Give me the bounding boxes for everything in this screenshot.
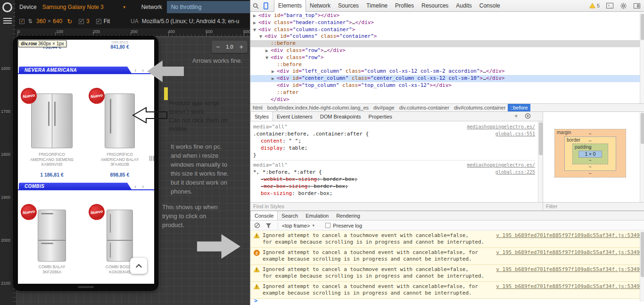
css-declaration[interactable]: display: table; xyxy=(253,144,535,152)
collapse-arrow-icon[interactable]: ▼ xyxy=(259,34,264,41)
rotate-icon[interactable]: ⇅ xyxy=(28,18,33,25)
carousel-next-arrow[interactable]: › xyxy=(142,183,144,190)
breadcrumb-item[interactable]: ::before xyxy=(508,104,530,112)
tab-timeline[interactable]: Timeline xyxy=(363,0,391,12)
box-model-border[interactable]: border − padding − 1 × 0 − − xyxy=(564,136,616,171)
product-image-american-fridge[interactable] xyxy=(105,93,135,148)
device-screen[interactable]: ORI-5515 753,44 € 841,80 € div.row 360px… xyxy=(18,40,154,284)
tree-row[interactable]: <div id="top_column" class="top_column c… xyxy=(250,82,644,89)
viewport-width[interactable]: 360 xyxy=(36,18,46,25)
carousel-next-arrow[interactable]: › xyxy=(142,67,144,74)
filter-icon[interactable] xyxy=(265,223,272,229)
scroll-to-top-button[interactable] xyxy=(130,258,147,274)
carousel-prev-arrow[interactable]: ‹ xyxy=(134,183,136,190)
settings-gear-icon[interactable] xyxy=(620,2,627,9)
console-source-link[interactable]: v 195 b689fed701fe885f97f109a8c55af34f.j… xyxy=(496,266,640,273)
margin-top-value[interactable]: − xyxy=(589,131,592,136)
padding-bottom-value[interactable]: − xyxy=(589,158,592,163)
tree-row[interactable]: ::before xyxy=(250,40,644,47)
box-model-padding[interactable]: padding − 1 × 0 − xyxy=(572,144,608,164)
breadcrumb-item[interactable]: div.columns-container xyxy=(397,104,452,112)
inspect-element-icon[interactable] xyxy=(253,3,259,9)
clear-console-icon[interactable] xyxy=(254,222,260,229)
tree-row[interactable]: ::before xyxy=(250,61,644,68)
border-top-value[interactable]: − xyxy=(589,138,592,144)
viewport-height[interactable]: 640 xyxy=(53,18,62,25)
tree-row[interactable]: ▶<div id="left_column" class="column col… xyxy=(250,68,644,75)
filter-input[interactable] xyxy=(543,203,644,210)
tab-resources[interactable]: Resources xyxy=(418,0,452,12)
breadcrumb-item[interactable]: div#page xyxy=(371,104,397,112)
dimensions-checkbox[interactable]: ✓ xyxy=(19,19,25,24)
tab-network[interactable]: Network xyxy=(306,0,334,12)
annotator-logo-icon[interactable] xyxy=(2,2,12,12)
fit-checkbox[interactable]: ✓ xyxy=(96,19,101,24)
console-drawer-icon[interactable]: >_ xyxy=(606,3,613,8)
warnings-indicator[interactable]: 5 xyxy=(589,3,600,8)
stylesheet-link[interactable]: mediashoppingelectro.es/ xyxy=(467,123,536,130)
css-declaration[interactable]: content: " "; xyxy=(253,137,535,144)
zoom-in-button[interactable]: + xyxy=(239,43,243,51)
box-model-scrollbar[interactable] xyxy=(640,112,644,202)
product-image-combi-fridge[interactable] xyxy=(107,210,133,262)
breadcrumb-item[interactable]: body#index.index.hide-right-column.lang_… xyxy=(265,104,371,112)
network-throttling-select[interactable]: No throttling xyxy=(167,1,250,13)
css-declaration[interactable]: -moz-box-sizing: border-box; xyxy=(253,183,535,190)
annotator-menu-icon[interactable] xyxy=(3,18,12,25)
css-declaration[interactable]: -webkit-box-sizing: border-box; xyxy=(253,176,535,183)
expand-arrow-icon[interactable]: ▶ xyxy=(272,76,277,83)
tree-row[interactable]: ▶<div class="header-container">…</div> xyxy=(250,19,644,26)
device-pixel-ratio[interactable]: 3 xyxy=(86,18,90,25)
box-model-content[interactable]: 1 × 0 xyxy=(578,151,602,158)
console-source-link[interactable]: v 195 b689fed701fe885f97f109a8c55af34f.j… xyxy=(496,249,640,256)
tab-dom-breakpoints[interactable]: DOM Breakpoints xyxy=(316,112,365,121)
collapse-arrow-icon[interactable]: ▼ xyxy=(253,27,258,34)
find-styles-input[interactable] xyxy=(250,203,543,210)
css-declaration[interactable]: box-sizing: border-box; xyxy=(253,190,535,197)
collapse-arrow-icon[interactable]: ▼ xyxy=(265,55,271,62)
element-state-icon[interactable] xyxy=(525,113,531,120)
frame-selector[interactable]: <top frame> xyxy=(282,223,310,229)
border-bottom-value[interactable]: − xyxy=(589,164,592,169)
new-style-rule-icon[interactable]: + xyxy=(514,112,518,119)
expand-arrow-icon[interactable]: ▶ xyxy=(253,13,258,20)
tab-console[interactable]: Console xyxy=(476,0,504,12)
tab-audits[interactable]: Audits xyxy=(452,0,475,12)
tab-profiles[interactable]: Profiles xyxy=(391,0,418,12)
product-image-combi-fridge[interactable] xyxy=(38,210,66,262)
stylesheet-link[interactable]: mediashoppingelectro.es/ xyxy=(467,161,536,169)
dpr-checkbox[interactable]: ✓ xyxy=(79,19,84,24)
tab-search[interactable]: Search xyxy=(278,211,302,220)
product-card[interactable]: NuevoFRIGORÍFICOAMERICANO SIEMENSKA90NVI… xyxy=(19,85,85,182)
tree-row[interactable]: ▼<div class="columns-container"> xyxy=(250,26,644,34)
carousel-prev-arrow[interactable]: ‹ xyxy=(134,67,136,74)
tab-event-listeners[interactable]: Event Listeners xyxy=(273,112,316,121)
stylesheet-link[interactable]: global.css:551 xyxy=(495,130,535,137)
styles-scrollbar[interactable] xyxy=(538,121,543,202)
tree-row[interactable]: ▶<div class="row">…</div> xyxy=(250,47,644,54)
ua-value[interactable]: Mozilla/5.0 (Linux; U; Android 4.3; en-u xyxy=(142,18,250,25)
console-scrollbar[interactable] xyxy=(640,231,644,302)
console-source-link[interactable]: v 195 b689fed701fe885f97f109a8c55af34f.j… xyxy=(496,283,640,290)
tree-row[interactable]: ▼<div class="row"> xyxy=(250,54,644,61)
resize-grip-icon[interactable] xyxy=(149,156,154,161)
product-card[interactable]: NuevoFRIGORÍFICOAMERICANO BALAY3FA4610B8… xyxy=(87,85,153,182)
console-prompt[interactable]: > xyxy=(254,297,257,304)
device-mode-icon[interactable] xyxy=(264,2,268,9)
tree-row[interactable]: ▶<div id="center_column" class="center_c… xyxy=(250,75,644,82)
tab-styles[interactable]: Styles xyxy=(250,112,273,121)
zoom-out-button[interactable]: − xyxy=(216,43,220,51)
preserve-log-checkbox[interactable] xyxy=(325,223,330,228)
tree-row[interactable]: ::after xyxy=(250,89,644,96)
tab-emulation[interactable]: Emulation xyxy=(302,211,332,220)
box-model-margin[interactable]: margin − border − padding − 1 × 0 − − − xyxy=(554,129,626,178)
product-image-american-fridge[interactable] xyxy=(31,93,73,148)
expand-arrow-icon[interactable]: ▶ xyxy=(265,48,271,55)
tree-row[interactable]: </div> xyxy=(250,96,644,103)
tree-row[interactable]: ▼<div id="columns" class="container"> xyxy=(250,33,644,40)
dock-side-icon[interactable] xyxy=(634,3,640,8)
tab-sources[interactable]: Sources xyxy=(334,0,363,12)
tab-rendering[interactable]: Rendering xyxy=(332,211,364,220)
tab-console[interactable]: Console xyxy=(250,211,278,220)
tree-row[interactable]: ▶<div id="barra_top"></div> xyxy=(250,12,644,19)
